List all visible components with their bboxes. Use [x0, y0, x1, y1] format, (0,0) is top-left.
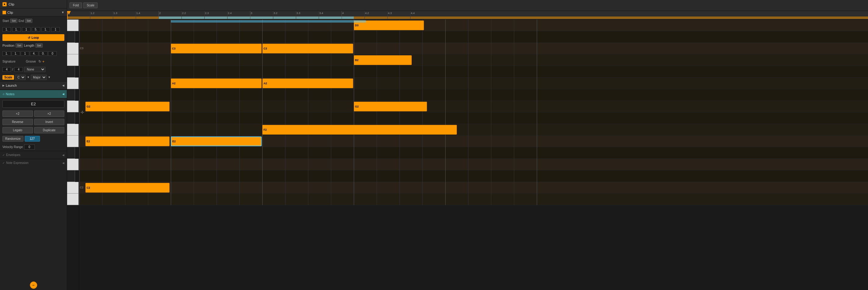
- scale-toolbar-button[interactable]: Scale: [83, 2, 98, 8]
- piano-key-Ab2[interactable]: [67, 89, 75, 101]
- launch-section-header[interactable]: ▶ Launch ◀: [0, 81, 67, 90]
- note-expression-row[interactable]: ✓ Note Expression ◀: [0, 159, 67, 167]
- piano-roll-container: ✛ G2E2C2C3A2E2C3A2F2D3B2G2 C3 C2: [67, 20, 868, 290]
- clip-icon: ■: [2, 2, 7, 6]
- notes-section-header[interactable]: ♫ Notes ◀: [0, 90, 67, 98]
- note-block-7[interactable]: A2: [262, 79, 353, 88]
- ruler-mark-1: 1.2: [90, 11, 95, 14]
- notes-arrow: ◀: [62, 92, 64, 95]
- note-block-6[interactable]: C3: [262, 44, 353, 53]
- length-label: Length: [24, 44, 34, 47]
- ruler-mark-11: 3.4: [319, 11, 323, 14]
- pos-val1[interactable]: [2, 51, 11, 56]
- scale-button[interactable]: Scale: [2, 75, 14, 80]
- note-block-11[interactable]: G2: [354, 102, 427, 111]
- panel-title: Clip: [8, 2, 14, 6]
- piano-key-B2[interactable]: [67, 54, 79, 66]
- start-val1[interactable]: [2, 27, 11, 32]
- end-val2[interactable]: [41, 27, 50, 32]
- signature-label: Signature: [2, 60, 16, 63]
- note-expression-label: Note Expression: [6, 161, 28, 165]
- end-set-button[interactable]: Set: [25, 19, 32, 23]
- groove-add-icon[interactable]: +: [42, 59, 45, 64]
- reverse-button[interactable]: Reverse: [2, 119, 33, 125]
- groove-label: Groove: [26, 60, 36, 63]
- len-val3[interactable]: [48, 51, 57, 56]
- piano-key-A2[interactable]: [67, 78, 79, 89]
- piano-key-Eb2[interactable]: [67, 147, 75, 159]
- groove-refresh-icon[interactable]: ↻: [38, 60, 41, 63]
- sig-slash: /: [12, 67, 13, 71]
- fold-button[interactable]: Fold: [69, 2, 82, 8]
- piano-key-C2[interactable]: [67, 182, 79, 194]
- note-block-10[interactable]: B2: [354, 55, 412, 65]
- piano-key-D2[interactable]: [67, 159, 79, 170]
- loop-icon: ↺: [28, 36, 30, 39]
- clip-selector[interactable]: Clip ▼: [0, 8, 67, 17]
- transpose-down-button[interactable]: ×2: [34, 111, 65, 117]
- note-blocks[interactable]: G2E2C2C3A2E2C3A2F2D3B2G2: [79, 20, 868, 205]
- loop-label: Loop: [31, 36, 39, 39]
- end-val3[interactable]: [51, 27, 60, 32]
- piano-key-C#3[interactable]: [67, 31, 75, 43]
- note-block-4[interactable]: A2: [171, 79, 262, 88]
- piano-key-C3[interactable]: [67, 43, 79, 54]
- start-label: Start: [2, 19, 9, 23]
- grid-area[interactable]: ✛ G2E2C2C3A2E2C3A2F2D3B2G2 C3 C2: [79, 20, 868, 205]
- note-block-8[interactable]: F2: [262, 125, 457, 135]
- main-area: Fold Scale 11.21.31.422.22.32.433.23.33.…: [67, 0, 868, 290]
- sig-denominator[interactable]: [14, 67, 23, 72]
- start-end-row: Start Set End Set: [0, 17, 67, 25]
- pos-val2[interactable]: [11, 51, 20, 56]
- envelopes-label: Envelopes: [6, 153, 21, 156]
- piano-key-G2[interactable]: [67, 101, 79, 112]
- piano-key-D3[interactable]: [67, 20, 79, 31]
- piano-key-C#2[interactable]: [67, 170, 75, 182]
- ruler-mark-12: 4: [342, 11, 344, 14]
- ruler-mark-14: 4.3: [388, 11, 392, 14]
- ruler-mark-10: 3.3: [296, 11, 301, 14]
- piano-key-F#2[interactable]: [67, 112, 75, 124]
- bottom-minus-button[interactable]: −: [30, 282, 37, 289]
- scale-row: Scale C ▼ Major ▼: [0, 73, 67, 81]
- groove-dropdown[interactable]: None: [24, 67, 45, 72]
- note-block-1[interactable]: E2: [85, 137, 169, 146]
- envelopes-row[interactable]: ✓ Envelopes ◀: [0, 151, 67, 159]
- loop-button[interactable]: ↺ Loop: [2, 34, 64, 41]
- launch-arrow: ◀: [62, 84, 64, 87]
- transpose-up-button[interactable]: +2: [2, 111, 33, 117]
- piano-key-B1[interactable]: [67, 194, 79, 205]
- position-set-button[interactable]: Set: [16, 44, 23, 48]
- invert-button[interactable]: Invert: [34, 119, 65, 125]
- note-block-3[interactable]: C3: [171, 44, 262, 53]
- timeline-ruler[interactable]: 11.21.31.422.22.32.433.23.33.444.24.34.4: [67, 11, 868, 20]
- end-val1[interactable]: [32, 27, 40, 32]
- randomize-row: Randomize 127: [0, 134, 67, 143]
- start-val3[interactable]: [22, 27, 31, 32]
- note-display: E2: [2, 100, 64, 108]
- velocity-range-input[interactable]: [24, 144, 35, 150]
- pos-len-values-row: [0, 50, 67, 57]
- start-val2[interactable]: [12, 27, 21, 32]
- piano-key-F2[interactable]: [67, 124, 79, 136]
- len-val2[interactable]: [39, 51, 48, 56]
- panel-title-bar: ■ Clip: [0, 0, 67, 8]
- length-set-button[interactable]: Set: [35, 44, 43, 48]
- sig-numerator[interactable]: [2, 67, 11, 72]
- velocity-range-row: Velocity Range: [0, 143, 67, 151]
- mode-dropdown[interactable]: Major: [31, 75, 46, 80]
- note-block-2[interactable]: C2: [85, 183, 169, 193]
- duplicate-button[interactable]: Duplicate: [34, 127, 65, 134]
- key-dropdown[interactable]: C: [15, 75, 26, 80]
- ruler-mark-3: 1.4: [136, 11, 140, 14]
- note-block-5[interactable]: E2: [171, 137, 262, 146]
- start-set-button[interactable]: Set: [10, 19, 18, 23]
- piano-key-E2[interactable]: [67, 136, 79, 147]
- len-val1[interactable]: [30, 51, 38, 56]
- legato-button[interactable]: Legato: [2, 127, 33, 134]
- pos-val3[interactable]: [21, 51, 29, 56]
- piano-key-Bb2[interactable]: [67, 66, 75, 78]
- randomize-button[interactable]: Randomize: [2, 136, 24, 142]
- note-block-0[interactable]: G2: [85, 102, 169, 111]
- note-expression-arrow: ◀: [62, 162, 64, 165]
